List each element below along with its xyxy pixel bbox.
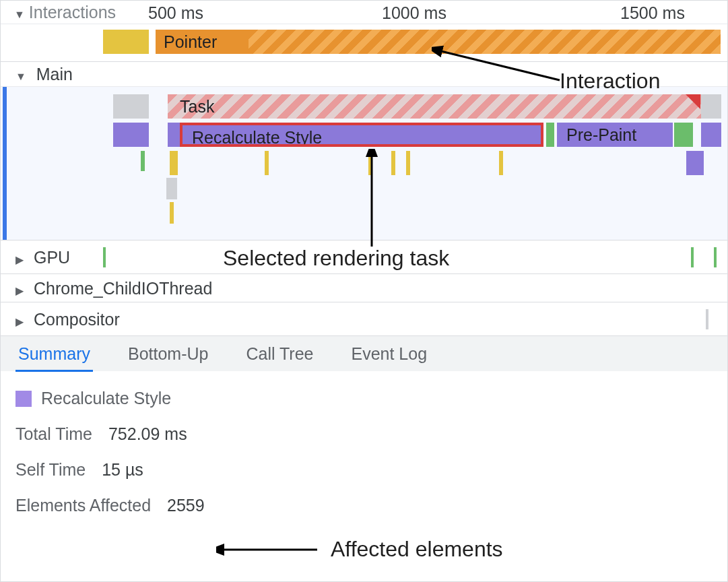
summary-title-row: Recalculate Style — [15, 389, 713, 408]
gpu-tick — [714, 247, 717, 267]
task-block-post[interactable] — [701, 94, 721, 119]
tab-summary[interactable]: Summary — [15, 336, 93, 372]
summary-total-time: Total Time 752.09 ms — [15, 424, 713, 444]
chevron-down-icon — [15, 62, 26, 89]
compositor-track-header[interactable]: Compositor — [1, 302, 727, 335]
flame-tick — [170, 202, 174, 224]
recalculate-style-swatch — [15, 391, 32, 407]
gpu-tick — [691, 247, 694, 267]
childio-label: Chrome_ChildIOThread — [34, 279, 212, 298]
chevron-right-icon — [15, 240, 24, 277]
flame-entry-green[interactable] — [674, 123, 693, 147]
ruler-tick: 1000 ms — [382, 3, 446, 23]
interaction-segment[interactable] — [103, 30, 149, 54]
interaction-long-task-stripe[interactable] — [249, 30, 721, 54]
flame-tick — [391, 151, 395, 175]
flame-tick — [265, 151, 269, 175]
task-label: Task — [177, 97, 214, 116]
recalculate-style-label: Recalculate Style — [192, 128, 322, 147]
chevron-down-icon — [14, 3, 25, 22]
self-time-label: Self Time — [15, 460, 86, 480]
main-track-bracket — [3, 62, 7, 240]
recalculate-style-entry[interactable]: Recalculate Style — [180, 123, 543, 147]
pointer-label: Pointer — [156, 32, 217, 51]
self-time-value: 15 µs — [102, 460, 143, 480]
summary-elements-affected: Elements Affected 2559 — [15, 496, 713, 515]
childio-track-header[interactable]: Chrome_ChildIOThread — [1, 273, 727, 302]
gpu-label: GPU — [34, 248, 70, 267]
task-long-block[interactable]: Task — [168, 94, 701, 119]
pre-paint-label: Pre-Paint — [566, 125, 636, 144]
chevron-right-icon — [15, 302, 24, 339]
flame-tick — [406, 151, 410, 175]
pointer-interaction[interactable]: Pointer — [156, 30, 249, 54]
tab-event-log[interactable]: Event Log — [349, 336, 430, 372]
flame-entry-green[interactable] — [546, 123, 554, 147]
compositor-tick — [706, 309, 708, 329]
main-label: Main — [36, 65, 73, 84]
details-tabs: Summary Bottom-Up Call Tree Event Log — [1, 335, 727, 371]
flame-tick — [170, 151, 178, 175]
flame-entry[interactable] — [701, 123, 721, 147]
timeline-ruler: Interactions 500 ms 1000 ms 1500 ms — [1, 1, 727, 24]
gpu-tick — [103, 247, 106, 267]
flame-tick — [368, 151, 372, 175]
elements-affected-value: 2559 — [167, 496, 205, 515]
flame-entry[interactable] — [113, 123, 149, 147]
interactions-track-label[interactable]: Interactions — [14, 3, 116, 22]
ruler-tick: 500 ms — [148, 3, 203, 23]
gpu-track-header[interactable]: GPU — [1, 240, 727, 273]
tab-bottom-up[interactable]: Bottom-Up — [125, 336, 211, 372]
flame-tick — [141, 151, 145, 171]
pre-paint-entry[interactable]: Pre-Paint — [557, 123, 673, 147]
summary-title-text: Recalculate Style — [41, 389, 171, 408]
flame-entry[interactable] — [168, 123, 180, 147]
ruler-tick: 1500 ms — [620, 3, 685, 23]
flame-tick — [166, 178, 177, 199]
compositor-label: Compositor — [34, 310, 120, 329]
task-block-pre[interactable] — [113, 94, 149, 119]
chevron-right-icon — [15, 274, 24, 305]
interactions-label-text: Interactions — [29, 3, 116, 22]
elements-affected-label: Elements Affected — [15, 496, 151, 515]
flame-tick — [499, 151, 503, 175]
summary-self-time: Self Time 15 µs — [15, 460, 713, 480]
main-track[interactable]: Main Task Recalculate Style Pre-Paint — [1, 61, 727, 240]
main-track-header[interactable]: Main — [1, 62, 727, 87]
interactions-track[interactable]: Pointer — [1, 24, 727, 61]
long-task-warning-icon — [686, 94, 700, 109]
summary-panel: Recalculate Style Total Time 752.09 ms S… — [1, 371, 727, 549]
flame-tick — [686, 151, 704, 175]
total-time-label: Total Time — [15, 424, 92, 444]
tab-call-tree[interactable]: Call Tree — [243, 336, 316, 372]
total-time-value: 752.09 ms — [108, 424, 187, 444]
